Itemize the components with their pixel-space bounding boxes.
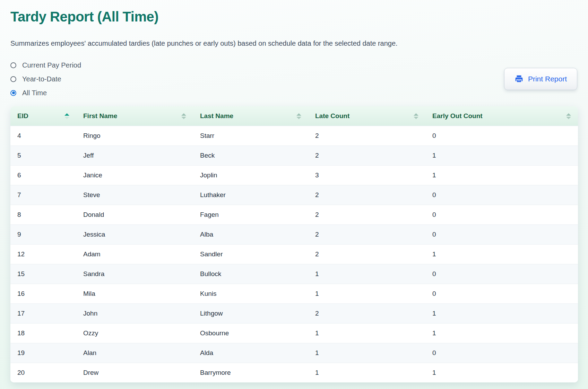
table-cell: 2 [308, 205, 425, 224]
column-header-first-name[interactable]: First Name [76, 106, 193, 126]
table-cell: 8 [10, 205, 76, 224]
table-cell: Alan [76, 343, 193, 363]
table-cell: 16 [10, 284, 76, 303]
table-cell: 2 [308, 146, 425, 165]
table-cell: Mila [76, 284, 193, 303]
table-cell: 18 [10, 324, 76, 343]
sort-asc-icon [566, 113, 571, 116]
radio-option-all-time[interactable]: All Time [10, 88, 81, 97]
table-cell: 3 [308, 166, 425, 185]
column-header-label: Early Out Count [432, 112, 483, 120]
table-cell: Steve [76, 185, 193, 205]
table-cell: 1 [425, 245, 578, 264]
table-cell: Ringo [76, 126, 193, 145]
table-cell: Starr [193, 126, 308, 145]
table-cell: John [76, 304, 193, 323]
table-row: 16MilaKunis10 [10, 284, 578, 303]
sort-icons[interactable] [64, 113, 69, 119]
table-cell: Alba [193, 225, 308, 244]
radio-option-current-pay-period[interactable]: Current Pay Period [10, 61, 81, 70]
sort-asc-icon [296, 113, 301, 116]
table-cell: Janice [76, 166, 193, 185]
sort-icons[interactable] [566, 113, 571, 119]
table-cell: Lithgow [193, 304, 308, 323]
sort-asc-icon [181, 113, 186, 116]
table-cell: Adam [76, 245, 193, 264]
sort-icons[interactable] [181, 113, 186, 119]
controls-row: Current Pay PeriodYear-to-DateAll Time P… [10, 61, 577, 97]
table-cell: Fagen [193, 205, 308, 224]
table-cell: 6 [10, 166, 76, 185]
page-description: Summarizes employees' accumulated tardie… [10, 39, 577, 48]
sort-asc-icon [414, 113, 418, 116]
table-cell: Alda [193, 343, 308, 363]
table-cell: 1 [425, 363, 578, 382]
sort-icons[interactable] [414, 113, 418, 119]
table-cell: 0 [425, 126, 578, 145]
table-cell: 0 [425, 225, 578, 244]
sort-desc-icon [296, 117, 301, 119]
column-header-late-count[interactable]: Late Count [308, 106, 425, 126]
table-cell: 2 [308, 245, 425, 264]
table-row: 6JaniceJoplin31 [10, 165, 578, 185]
table-cell: 1 [308, 284, 425, 303]
table-cell: Osbourne [193, 324, 308, 343]
table-cell: 2 [308, 304, 425, 323]
column-header-label: Late Count [315, 112, 349, 120]
printer-icon [514, 74, 524, 83]
table-cell: Bullock [193, 264, 308, 284]
column-header-label: EID [17, 112, 28, 120]
table-cell: Beck [193, 146, 308, 165]
table-row: 7SteveLuthaker20 [10, 185, 578, 205]
table-cell: 0 [425, 264, 578, 284]
table-cell: 1 [308, 324, 425, 343]
table-cell: 1 [425, 146, 578, 165]
tardy-report-table: EIDFirst NameLast NameLate CountEarly Ou… [10, 106, 578, 382]
table-cell: Barrymore [193, 363, 308, 382]
table-row: 9JessicaAlba20 [10, 224, 578, 244]
print-report-label: Print Report [528, 75, 567, 83]
radio-option-year-to-date[interactable]: Year-to-Date [10, 74, 81, 83]
table-cell: Jeff [76, 146, 193, 165]
table-cell: 1 [308, 264, 425, 284]
table-row: 8DonaldFagen20 [10, 205, 578, 224]
print-report-button[interactable]: Print Report [504, 68, 577, 90]
radio-unselected-icon[interactable] [10, 62, 16, 68]
table-cell: 7 [10, 185, 76, 205]
radio-selected-icon[interactable] [10, 90, 16, 96]
tardy-report-page: Tardy Report (All Time) Summarizes emplo… [0, 0, 588, 389]
table-cell: 15 [10, 264, 76, 284]
table-row: 17JohnLithgow21 [10, 303, 578, 323]
table-cell: 2 [308, 126, 425, 145]
radio-option-label: All Time [22, 89, 47, 97]
table-cell: 0 [425, 205, 578, 224]
column-header-eid[interactable]: EID [10, 106, 76, 126]
radio-option-label: Year-to-Date [22, 75, 61, 83]
table-cell: Drew [76, 363, 193, 382]
table-cell: Sandler [193, 245, 308, 264]
table-cell: 1 [425, 304, 578, 323]
sort-desc-icon [64, 117, 69, 119]
table-cell: 0 [425, 185, 578, 205]
sort-icons[interactable] [296, 113, 301, 119]
sort-asc-icon [64, 113, 69, 116]
column-header-last-name[interactable]: Last Name [193, 106, 308, 126]
table-row: 4RingoStarr20 [10, 126, 578, 145]
table-cell: Luthaker [193, 185, 308, 205]
column-header-early-out-count[interactable]: Early Out Count [425, 106, 578, 126]
table-cell: 17 [10, 304, 76, 323]
column-header-label: Last Name [200, 112, 233, 120]
table-cell: 2 [308, 225, 425, 244]
sort-desc-icon [181, 117, 186, 119]
radio-unselected-icon[interactable] [10, 76, 16, 82]
date-range-radio-group: Current Pay PeriodYear-to-DateAll Time [10, 61, 81, 97]
table-row: 19AlanAlda10 [10, 343, 578, 363]
table-cell: 1 [425, 166, 578, 185]
table-cell: 1 [308, 343, 425, 363]
table-cell: 1 [425, 324, 578, 343]
table-cell: 12 [10, 245, 76, 264]
table-cell: Joplin [193, 166, 308, 185]
table-row: 18OzzyOsbourne11 [10, 323, 578, 343]
table-cell: 0 [425, 284, 578, 303]
sort-desc-icon [414, 117, 418, 119]
